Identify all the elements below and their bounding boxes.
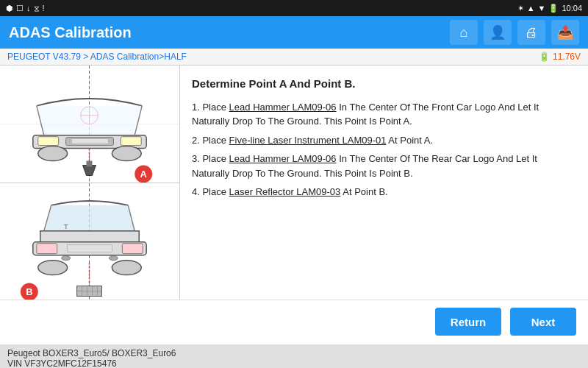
- breadcrumb: PEUGEOT V43.79 > ADAS Calibration>HALF 🔋…: [0, 49, 588, 66]
- svg-rect-26: [68, 244, 112, 252]
- main-content: A: [0, 66, 588, 300]
- svg-point-30: [112, 260, 141, 275]
- signal-icon: ▲: [527, 4, 535, 13]
- svg-rect-24: [37, 243, 57, 253]
- instruction-title: Determine Point A And Point B.: [192, 76, 576, 93]
- diagram-front-car: A: [0, 66, 179, 183]
- battery-info: 🔋 11.76V: [539, 52, 581, 62]
- tool-name-2: Five-line Laser Instrument LAM09-01: [229, 135, 387, 146]
- bluetooth-icon: ✶: [517, 4, 524, 13]
- svg-rect-9: [121, 137, 141, 146]
- bt-icon: ⬢: [6, 4, 13, 13]
- battery-icon-small: 🔋: [539, 52, 550, 62]
- svg-point-29: [38, 260, 68, 275]
- header: ADAS Calibration ⌂ 👤 🖨 📤: [0, 16, 588, 49]
- svg-point-28: [109, 255, 118, 260]
- battery-voltage: 11.76V: [553, 52, 581, 62]
- svg-rect-22: [40, 230, 139, 241]
- clock-icon: ⧖: [34, 4, 40, 13]
- svg-text:B: B: [26, 286, 32, 297]
- status-bar-right: ✶ ▲ ▼ 🔋 10:04: [517, 4, 582, 13]
- tool-name-3: Lead Hammer LAM09-06: [229, 153, 337, 164]
- footer-line2: VIN VF3YC2MFC12F15476: [7, 358, 581, 368]
- svg-rect-16: [87, 161, 93, 167]
- instruction-4: 4. Place Laser Reflector LAM09-03 At Poi…: [192, 185, 576, 199]
- diagram-area: A: [0, 66, 180, 300]
- svg-rect-11: [72, 139, 109, 144]
- status-bar: ⬢ ☐ ↓ ⧖ ! ✶ ▲ ▼ 🔋 10:04: [0, 0, 588, 16]
- svg-text:A: A: [140, 169, 147, 180]
- button-row: Return Next: [0, 300, 588, 344]
- alert-icon: !: [43, 4, 45, 13]
- sim-icon: ☐: [16, 4, 24, 13]
- tool-name-1: Lead Hammer LAM09-06: [229, 102, 337, 113]
- svg-point-12: [38, 146, 68, 161]
- app-title: ADAS Calibration: [9, 24, 132, 41]
- print-button[interactable]: 🖨: [517, 20, 545, 45]
- download-icon: ↓: [26, 4, 31, 13]
- instruction-3: 3. Place Lead Hammer LAM09-06 In The Cen…: [192, 152, 576, 180]
- return-button[interactable]: Return: [435, 308, 501, 336]
- instruction-1: 1. Place Lead Hammer LAM09-06 In The Cen…: [192, 100, 576, 129]
- tool-name-4: Laser Reflector LAM09-03: [229, 186, 341, 197]
- next-button[interactable]: Next: [510, 308, 576, 336]
- time-display: 10:04: [562, 4, 582, 13]
- footer-info: Peugeot BOXER3_Euro5/ BOXER3_Euro6 VIN V…: [0, 344, 588, 368]
- breadcrumb-path: PEUGEOT V43.79 > ADAS Calibration>HALF: [7, 52, 187, 62]
- footer-line1: Peugeot BOXER3_Euro5/ BOXER3_Euro6: [7, 348, 581, 358]
- text-area: Determine Point A And Point B. 1. Place …: [180, 66, 588, 300]
- home-button[interactable]: ⌂: [450, 20, 478, 45]
- svg-rect-25: [122, 243, 143, 253]
- status-bar-left: ⬢ ☐ ↓ ⧖ !: [6, 4, 45, 13]
- svg-text:T: T: [64, 222, 68, 230]
- svg-point-27: [62, 255, 71, 260]
- wifi-icon: ▼: [538, 4, 546, 13]
- svg-point-13: [112, 146, 141, 161]
- diagram-rear-car: B T: [0, 183, 179, 300]
- export-button[interactable]: 📤: [551, 20, 579, 45]
- instruction-2: 2. Place Five-line Laser Instrument LAM0…: [192, 133, 576, 148]
- header-icons: ⌂ 👤 🖨 📤: [450, 20, 579, 45]
- svg-rect-8: [38, 137, 59, 146]
- user-button[interactable]: 👤: [484, 20, 512, 45]
- battery-icon: 🔋: [548, 4, 559, 13]
